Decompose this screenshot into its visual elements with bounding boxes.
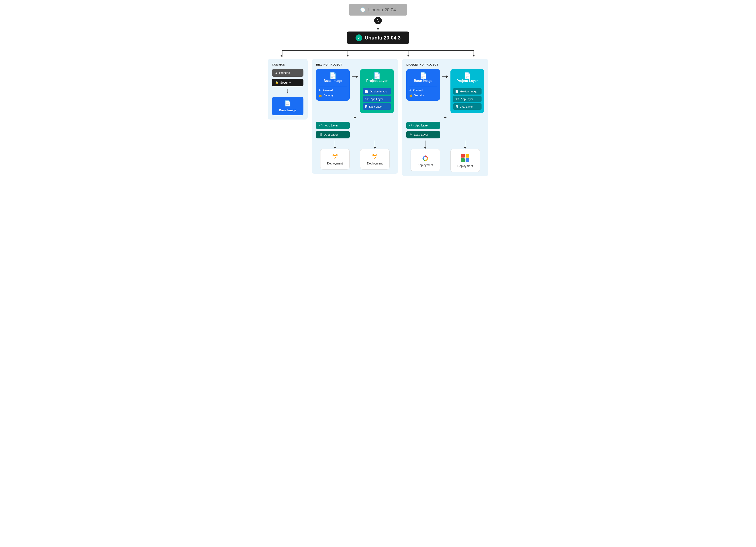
aws-logo-2: aws ↗ [372,153,377,160]
branch-lines-svg [252,44,504,59]
marketing-base-title: Base Image [414,79,433,83]
billing-golden-image-item: 📄 Golden Image [363,88,391,95]
download-icon: ⬇ [275,71,277,75]
billing-deploy-col-right: aws ↗ Deployment [356,141,394,170]
svg-marker-8 [347,55,349,57]
billing-pl-title: Project Layer [366,79,387,83]
db-icon-marketing-data: 🗄 [409,133,412,136]
check-icon: ✓ [356,34,362,41]
billing-app-layer-pl-text: App Layer [370,97,383,101]
diagram: 🕐 Ubuntu 20.04 ↻ ✓ Ubuntu 20.04.3 [252,4,504,176]
code-icon-billing-app: </> [319,124,323,127]
base-image-button[interactable]: 📄 Base Image [272,97,303,115]
aws-logo-1: aws ↗ [332,153,337,160]
marketing-data-layer-pl-text: Data Layer [459,105,473,108]
billing-deploy-text-2: Deployment [367,162,383,165]
marketing-project-layer-card: 📄 Project Layer 📄 Golden Image </> App L… [450,69,484,113]
code-icon-marketing-pl: </> [455,97,459,101]
billing-data-layer-pl-text: Data Layer [369,105,383,108]
lock-icon-billing: 🔒 [319,93,322,97]
billing-preseed-row: ⬇ Preseed [319,88,347,93]
file-icon-marketing-pl: 📄 [464,72,471,79]
refresh-icon: ↻ [374,17,382,24]
billing-project-layer-card: 📄 Project Layer 📄 Golden Image </> App L… [360,69,394,113]
file-icon-gi: 📄 [365,90,368,93]
svg-rect-18 [466,158,469,162]
common-section: COMMON ⬇ Preseed 🔒 Security 📄 Base Image [268,59,308,120]
marketing-preseed-text: Preseed [413,89,423,92]
billing-security-text: Security [324,94,333,97]
billing-section-label: BILLING PROJECT [316,63,342,66]
azure-logo [461,153,470,163]
marketing-data-layer-btn[interactable]: 🗄 Data Layer [406,131,440,138]
file-icon-marketing: 📄 [420,72,427,79]
marketing-app-layer-btn[interactable]: </> App Layer [406,122,440,129]
security-button[interactable]: 🔒 Security [272,79,303,86]
marketing-deploy-text-1: Deployment [417,163,433,167]
ubuntu-new-node: ✓ Ubuntu 20.04.3 [347,32,409,44]
marketing-plus: + [406,114,484,120]
svg-point-14 [423,158,424,159]
billing-data-layer-text: Data Layer [324,133,338,136]
marketing-base-card: 📄 Base Image ⬇ Preseed 🔒 Security [406,69,440,101]
preseed-label: Preseed [279,71,290,75]
billing-deploy-box-1: aws ↗ Deployment [320,149,350,170]
common-section-label: COMMON [272,63,285,66]
marketing-preseed-row: ⬇ Preseed [409,88,437,93]
billing-deploy-col-left: aws ↗ Deployment [316,141,354,170]
code-icon-marketing-app: </> [409,124,413,127]
marketing-pl-title: Project Layer [457,79,478,83]
billing-data-layer-btn[interactable]: 🗄 Data Layer [316,131,350,138]
clock-icon: 🕐 [360,7,366,13]
billing-golden-text: Golden Image [370,90,387,93]
billing-layout: 📄 Base Image ⬇ Preseed 🔒 Security [316,69,394,170]
ubuntu-old-label: Ubuntu 20.04 [368,7,396,13]
preseed-button[interactable]: ⬇ Preseed [272,69,303,77]
marketing-layout: 📄 Base Image ⬇ Preseed 🔒 Security [406,69,484,172]
marketing-arrow-right [442,75,448,78]
billing-data-layer-item: 🗄 Data Layer [363,103,391,110]
arrow-down-1 [377,28,379,30]
marketing-security-row: 🔒 Security [409,93,437,98]
svg-rect-15 [461,154,465,158]
marketing-deploy-box-2: Deployment [450,149,480,172]
small-arrow-common [272,89,303,93]
billing-preseed-text: Preseed [323,89,333,92]
base-image-label: Base Image [279,108,296,112]
svg-rect-17 [461,158,465,162]
file-icon-common: 📄 [284,100,291,107]
billing-app-layer-btn[interactable]: </> App Layer [316,122,350,129]
file-icon-billing: 📄 [329,72,337,79]
ubuntu-old-node: 🕐 Ubuntu 20.04 [349,4,407,16]
top-section: 🕐 Ubuntu 20.04 ↻ ✓ Ubuntu 20.04.3 [252,4,504,44]
svg-marker-10 [473,55,475,57]
security-label: Security [280,81,291,84]
common-inner: ⬇ Preseed 🔒 Security 📄 Base Image [272,69,303,115]
billing-base-card: 📄 Base Image ⬇ Preseed 🔒 Security [316,69,350,101]
billing-base-title: Base Image [324,79,342,83]
marketing-golden-image-item: 📄 Golden Image [453,88,482,95]
billing-section: BILLING PROJECT 📄 Base Image ⬇ Preseed [312,59,398,174]
marketing-security-text: Security [414,94,424,97]
marketing-section-label: MARKETING PROJECT [406,63,438,66]
marketing-app-layer-text: App Layer [415,124,429,127]
marketing-deploy-col-left: Deployment [406,141,444,172]
billing-extra-layers: </> App Layer 🗄 Data Layer [316,122,350,138]
db-icon-billing-pl: 🗄 [365,105,368,108]
marketing-deploy-box-1: Deployment [411,149,440,171]
db-icon-marketing-pl: 🗄 [455,105,458,108]
marketing-section: MARKETING PROJECT 📄 Base Image ⬇ Preseed [402,59,488,176]
svg-point-12 [425,156,426,157]
ubuntu-new-label: Ubuntu 20.04.3 [365,35,401,41]
billing-deploy-box-2: aws ↗ Deployment [360,149,390,170]
lock-icon: 🔒 [275,81,278,84]
billing-app-layer-item: </> App Layer [363,96,391,102]
marketing-extra-layers: </> App Layer 🗄 Data Layer [406,122,440,138]
billing-deploy-text-1: Deployment [327,162,343,165]
download-icon-billing: ⬇ [319,88,321,92]
billing-plus: + [316,114,394,120]
marketing-deploy-area: Deployment [406,141,484,172]
marketing-app-layer-pl-text: App Layer [461,97,473,101]
svg-rect-16 [466,154,469,158]
marketing-data-layer-item: 🗄 Data Layer [453,103,482,110]
